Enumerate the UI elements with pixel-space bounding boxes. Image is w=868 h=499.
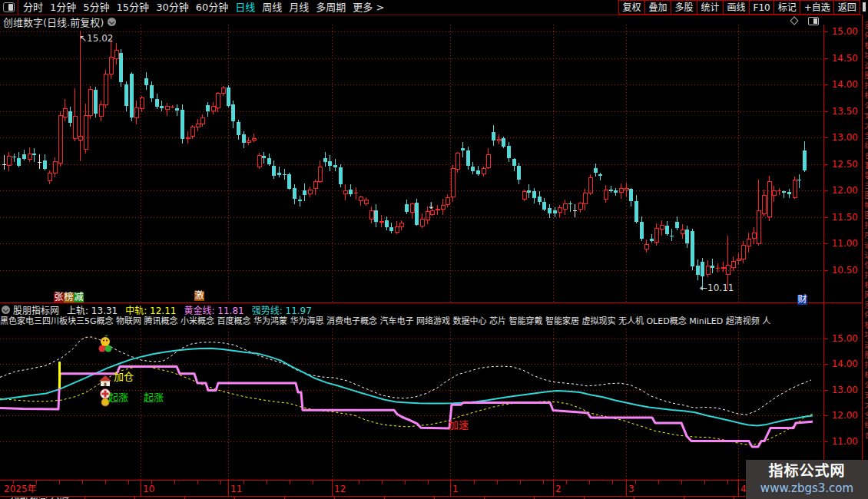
price-label-lower-2: 14.00 [832,359,858,369]
month-label-2: 2 [555,484,562,494]
price-label-upper-4: 13.50 [832,106,858,117]
period-tab-1[interactable]: 分时 [23,0,43,15]
month-label-11: 11 [230,484,242,494]
signal-badge-1: 张 [54,292,64,302]
signal-badge-3: 减 [74,292,84,302]
low-annotation: ←10.11 [700,283,734,292]
indicator-value-2: 中轨: 12.11 [125,303,176,316]
high-annotation: ↖15.02 [79,34,113,43]
layout-split-icon[interactable] [3,2,15,12]
price-label-lower-3: 13.00 [832,385,858,395]
month-label-1: 1 [452,484,459,494]
period-tab-5[interactable]: 30分钟 [156,0,189,15]
price-label-upper-10: 10.50 [832,265,858,276]
price-label-lower-4: 12.00 [832,410,858,421]
side-vertical-text: 涨停板块选股指标公式大全组合套装主图幅图排序通达信指标网涨停板块选股指标公式大全… [863,21,868,441]
month-label-3: 3 [628,484,634,494]
watermark-title: 指标公式网 [746,461,868,481]
toolbar-button-2[interactable]: 叠加 [644,0,671,15]
toolbar-button-8[interactable]: +自选 [800,0,834,15]
action-buttons: 复权叠加多股统计画线F10标记+自选返回 [619,0,860,15]
price-label-lower-1: 15.00 [832,333,858,344]
concept-tags: 黑色家电三四川板块三5G概念 物联网 腾讯概念 小米概念 百度概念 华为鸿蒙 华… [0,316,823,328]
chart-title-bar: 创维数字(日线.前复权) [0,16,868,27]
clipped-side-panel: 涨停板块选股指标公式大全组合套装主图幅图排序通达信指标网涨停板块选股指标公式大全… [863,0,868,499]
toolbar-button-3[interactable]: 多股 [671,0,697,15]
year-label: 2025年 [4,484,37,494]
toolbar-separator [18,0,18,15]
price-label-upper-7: 12.00 [832,185,858,196]
price-label-lower-5: 11.00 [832,436,858,447]
period-tab-6[interactable]: 60分钟 [196,0,229,15]
period-tab-7[interactable]: 日线 [235,0,255,15]
indicator-source: 股朋指标网 [13,303,59,316]
watermark: 指标公式网 www.zbgs3.com [746,460,868,499]
toolbar-button-9[interactable]: 返回 [833,0,860,15]
indicator-value-1: 上轨: 13.31 [67,303,118,316]
period-tab-11[interactable]: 更多 > [353,0,384,15]
indicator-value-3: 黄金线: 11.81 [184,303,244,316]
price-label-upper-1: 15.00 [832,26,858,37]
price-label-upper-9: 11.00 [832,238,858,249]
period-tab-2[interactable]: 1分钟 [50,0,76,15]
price-label-upper-2: 14.50 [832,53,858,64]
period-tab-3[interactable]: 5分钟 [83,0,109,15]
marker-text-4: 加速 [449,420,469,431]
chart-corner-icons [791,17,823,26]
marker-text-1: 加仓 [114,372,134,382]
title-dropdown-icon[interactable] [108,18,116,26]
period-toolbar: 分时1分钟5分钟15分钟30分钟60分钟日线周线月线多周期更多 > 复权叠加多股… [0,0,868,15]
indicator-value-4: 强势线: 11.97 [252,303,312,316]
price-label-upper-5: 13.00 [832,132,858,143]
period-tab-10[interactable]: 多周期 [316,0,346,15]
application-window: 15.0014.5014.0013.5013.0012.5012.0011.50… [0,0,868,499]
signal-badge-4: 激 [194,291,204,301]
split-view-icon[interactable] [808,17,819,25]
price-label-upper-6: 12.50 [832,159,858,170]
month-label-12: 12 [334,484,346,494]
candlesticks [2,31,807,291]
clipped-icon-fragment [863,2,866,12]
watermark-url: www.zbgs3.com [746,481,868,496]
month-label-10: 10 [143,484,154,494]
toolbar-button-4[interactable]: 统计 [697,0,724,15]
toolbar-button-5[interactable]: 画线 [723,0,750,15]
price-label-upper-3: 14.00 [832,79,858,90]
down-arrow-marker: ↓ [427,201,435,210]
stock-title: 创维数字(日线.前复权) [3,15,104,29]
toolbar-button-7[interactable]: 标记 [774,0,800,15]
diamond-icon[interactable] [790,16,798,25]
period-tabs: 分时1分钟5分钟15分钟30分钟60分钟日线周线月线多周期更多 > [23,0,391,15]
period-tab-4[interactable]: 15分钟 [117,0,150,15]
indicator-dropdown-icon[interactable] [2,306,10,314]
chart-canvas: 15.0014.5014.0013.5013.0012.5012.0011.50… [0,0,868,499]
signal-badge-2: 榜 [64,292,74,302]
signal-badge-5: 财 [797,295,807,305]
marker-text-2: 起涨 [108,392,128,403]
price-label-upper-8: 11.50 [832,212,858,223]
toolbar-button-6[interactable]: F10 [749,0,774,15]
marker-text-3: 起涨 [144,392,164,403]
period-tab-8[interactable]: 周线 [262,0,282,15]
toolbar-button-1[interactable]: 复权 [618,0,645,15]
doll-icon [99,335,112,352]
indicator-header: 股朋指标网 上轨: 13.31中轨: 12.11黄金线: 11.81强势线: 1… [0,304,868,316]
month-gridlines [141,25,739,480]
period-tab-9[interactable]: 月线 [289,0,309,15]
